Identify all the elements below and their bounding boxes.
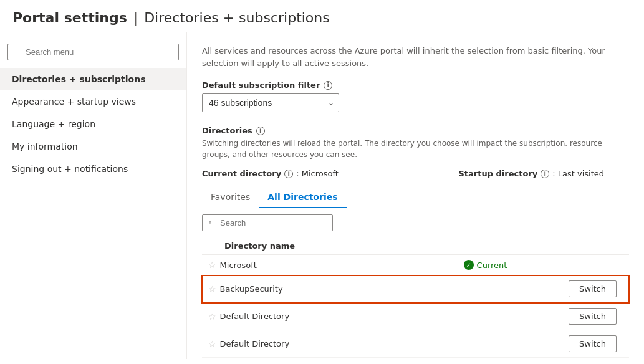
dir-name-cell: ☆Microsoft xyxy=(202,255,458,275)
directories-header: Directories i xyxy=(202,126,629,135)
switch-button[interactable]: Switch xyxy=(569,308,617,325)
dir-status-cell: Switch xyxy=(458,330,629,358)
table-row: ☆MicrosoftCurrent xyxy=(202,255,629,275)
tab-favorites[interactable]: Favorites xyxy=(202,187,259,208)
sidebar-item-appearance[interactable]: Appearance + startup views xyxy=(0,90,186,113)
current-dir-info-icon[interactable]: i xyxy=(284,170,293,178)
dir-name-cell: ☆BackupSecurity xyxy=(202,275,458,303)
sidebar-nav: Directories + subscriptionsAppearance + … xyxy=(0,68,186,180)
sidebar-item-language[interactable]: Language + region xyxy=(0,113,186,135)
dir-name: BackupSecurity xyxy=(220,284,283,294)
main-description: All services and resources across the Az… xyxy=(202,45,626,69)
directory-search-input[interactable] xyxy=(202,214,333,231)
current-dir-row: Current directory i : Microsoft Startup … xyxy=(202,169,629,178)
directories-desc: Switching directories will reload the po… xyxy=(202,138,629,160)
subscription-dropdown-container: 46 subscriptions ⌄ xyxy=(202,93,339,112)
star-icon[interactable]: ☆ xyxy=(208,260,216,270)
table-row: ☆Default DirectorySwitch xyxy=(202,330,629,358)
subscription-info-icon[interactable]: i xyxy=(324,81,332,90)
dir-name-cell: ☆Default Directory xyxy=(202,330,458,358)
startup-dir-info-icon[interactable]: i xyxy=(541,170,549,178)
switch-button[interactable]: Switch xyxy=(569,335,617,352)
table-row: ☆BackupSecuritySwitch xyxy=(202,275,629,303)
subscription-dropdown[interactable]: 46 subscriptions xyxy=(202,93,339,112)
dir-name: Default Directory xyxy=(220,339,290,348)
star-icon[interactable]: ☆ xyxy=(208,284,216,294)
dir-name-cell: ☆Default Directory xyxy=(202,303,458,330)
current-badge: Current xyxy=(464,260,617,270)
directory-table: Directory name ☆MicrosoftCurrent☆BackupS… xyxy=(202,237,629,358)
sidebar-search-input[interactable] xyxy=(7,44,179,60)
col-directory-name: Directory name xyxy=(202,237,458,255)
directories-section: Directories i Switching directories will… xyxy=(202,126,629,358)
dir-status-cell: Switch xyxy=(458,275,629,303)
directories-info-icon[interactable]: i xyxy=(256,127,265,135)
main-layout: ⚬ Directories + subscriptionsAppearance … xyxy=(0,32,644,359)
dir-name: Microsoft xyxy=(220,261,257,270)
col-status xyxy=(458,237,629,255)
dir-status-cell: Switch xyxy=(458,303,629,330)
subscription-filter-wrap: 46 subscriptions ⌄ xyxy=(202,93,629,112)
page-subtitle: Directories + subscriptions xyxy=(144,10,330,26)
sidebar-item-signout[interactable]: Signing out + notifications xyxy=(0,158,186,180)
main-content: All services and resources across the Az… xyxy=(187,32,644,359)
directory-tabs: Favorites All Directories xyxy=(202,187,629,208)
header-separator: | xyxy=(133,10,138,26)
sidebar-item-directories[interactable]: Directories + subscriptions xyxy=(0,68,186,90)
switch-button[interactable]: Switch xyxy=(569,280,617,297)
page-title: Portal settings xyxy=(12,10,127,26)
page-header: Portal settings | Directories + subscrip… xyxy=(0,0,644,32)
star-icon[interactable]: ☆ xyxy=(208,312,216,322)
table-row: ☆Default DirectorySwitch xyxy=(202,303,629,330)
sidebar: ⚬ Directories + subscriptionsAppearance … xyxy=(0,32,187,359)
current-label: Current xyxy=(477,261,507,270)
sidebar-item-myinfo[interactable]: My information xyxy=(0,135,186,158)
sidebar-search-container: ⚬ xyxy=(7,44,179,60)
subscription-filter-label: Default subscription filter i xyxy=(202,80,629,90)
directory-search-wrap: ⚬ xyxy=(202,214,629,231)
check-circle-icon xyxy=(464,260,474,270)
sidebar-search-wrap: ⚬ xyxy=(0,40,186,68)
dir-status-cell: Current xyxy=(458,255,629,275)
dir-search-container: ⚬ xyxy=(202,214,333,231)
dir-name: Default Directory xyxy=(220,312,290,321)
tab-all-directories[interactable]: All Directories xyxy=(259,187,346,208)
startup-dir-label: Startup directory i : Last visited xyxy=(458,169,604,178)
current-dir-label: Current directory i : Microsoft xyxy=(202,169,339,178)
star-icon[interactable]: ☆ xyxy=(208,339,216,349)
